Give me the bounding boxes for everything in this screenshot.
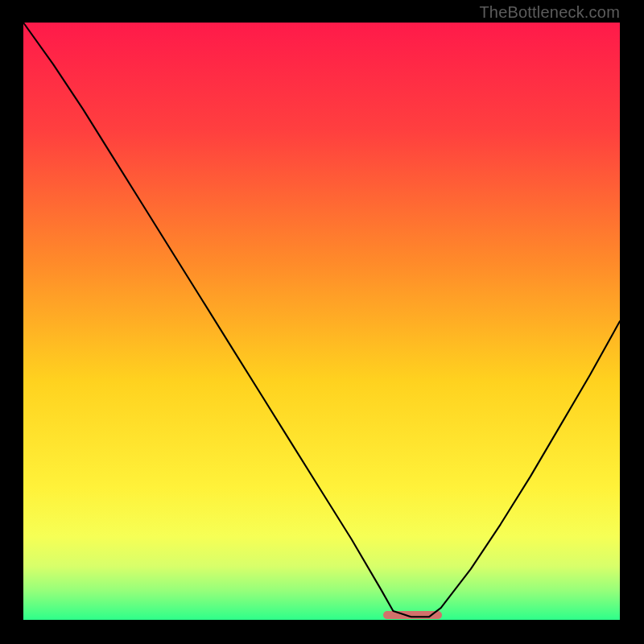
chart-frame: TheBottleneck.com xyxy=(0,0,644,644)
watermark-text: TheBottleneck.com xyxy=(479,3,620,22)
bottleneck-curve xyxy=(23,23,620,617)
chart-svg xyxy=(23,23,620,620)
chart-plot-area xyxy=(23,23,620,620)
